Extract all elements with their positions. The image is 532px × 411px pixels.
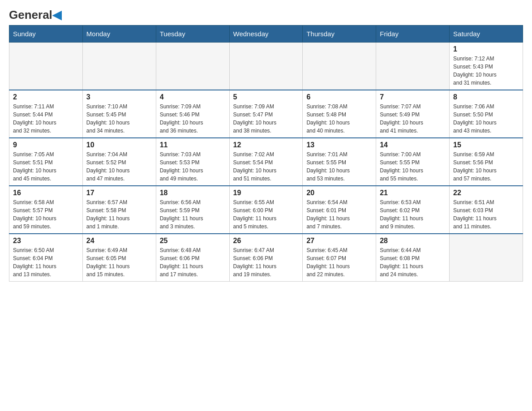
day-info: Sunrise: 7:10 AM Sunset: 5:45 PM Dayligh… [86,103,152,135]
day-number: 12 [233,141,299,149]
calendar-cell: 8Sunrise: 7:06 AM Sunset: 5:50 PM Daylig… [450,90,523,138]
day-number: 27 [306,237,372,245]
day-info: Sunrise: 6:47 AM Sunset: 6:06 PM Dayligh… [233,246,299,278]
calendar-cell: 27Sunrise: 6:45 AM Sunset: 6:07 PM Dayli… [303,234,376,282]
day-number: 15 [453,141,519,149]
day-number: 22 [453,189,519,197]
day-number: 3 [86,93,152,101]
day-info: Sunrise: 7:05 AM Sunset: 5:51 PM Dayligh… [13,150,79,183]
day-info: Sunrise: 6:56 AM Sunset: 5:59 PM Dayligh… [160,198,226,231]
day-number: 4 [160,93,226,101]
calendar-week-4: 16Sunrise: 6:58 AM Sunset: 5:57 PM Dayli… [9,186,523,234]
calendar-cell: 13Sunrise: 7:01 AM Sunset: 5:55 PM Dayli… [303,138,376,186]
calendar-cell: 1Sunrise: 7:12 AM Sunset: 5:43 PM Daylig… [450,43,523,90]
day-number: 14 [380,141,446,149]
day-info: Sunrise: 6:54 AM Sunset: 6:01 PM Dayligh… [306,198,372,231]
calendar-week-1: 1Sunrise: 7:12 AM Sunset: 5:43 PM Daylig… [9,43,523,90]
day-header-thursday: Thursday [303,26,376,43]
day-info: Sunrise: 6:51 AM Sunset: 6:03 PM Dayligh… [453,198,519,231]
day-number: 17 [86,189,152,197]
calendar-week-2: 2Sunrise: 7:11 AM Sunset: 5:44 PM Daylig… [9,90,523,138]
calendar-cell: 26Sunrise: 6:47 AM Sunset: 6:06 PM Dayli… [229,234,303,282]
logo-general: General◀ [9,9,61,21]
calendar-cell: 14Sunrise: 7:00 AM Sunset: 5:55 PM Dayli… [376,138,450,186]
calendar-cell: 20Sunrise: 6:54 AM Sunset: 6:01 PM Dayli… [303,186,376,234]
day-info: Sunrise: 7:07 AM Sunset: 5:49 PM Dayligh… [380,103,446,135]
calendar-cell [450,234,523,282]
calendar-cell: 16Sunrise: 6:58 AM Sunset: 5:57 PM Dayli… [9,186,83,234]
calendar-cell: 6Sunrise: 7:08 AM Sunset: 5:48 PM Daylig… [303,90,376,138]
day-info: Sunrise: 6:48 AM Sunset: 6:06 PM Dayligh… [160,246,226,278]
day-number: 2 [13,93,79,101]
calendar-table: SundayMondayTuesdayWednesdayThursdayFrid… [9,25,523,282]
calendar-week-5: 23Sunrise: 6:50 AM Sunset: 6:04 PM Dayli… [9,234,523,282]
calendar-cell: 12Sunrise: 7:02 AM Sunset: 5:54 PM Dayli… [229,138,303,186]
day-info: Sunrise: 6:55 AM Sunset: 6:00 PM Dayligh… [233,198,299,231]
calendar-cell [156,43,229,90]
day-header-saturday: Saturday [450,26,523,43]
day-info: Sunrise: 6:53 AM Sunset: 6:02 PM Dayligh… [380,198,446,231]
calendar-cell: 2Sunrise: 7:11 AM Sunset: 5:44 PM Daylig… [9,90,83,138]
day-info: Sunrise: 6:44 AM Sunset: 6:08 PM Dayligh… [380,246,446,278]
day-number: 24 [86,237,152,245]
logo-arrow-icon: ◀ [52,8,61,21]
day-info: Sunrise: 7:02 AM Sunset: 5:54 PM Dayligh… [233,150,299,183]
day-info: Sunrise: 6:59 AM Sunset: 5:56 PM Dayligh… [453,150,519,183]
calendar-cell [82,43,156,90]
calendar-cell: 23Sunrise: 6:50 AM Sunset: 6:04 PM Dayli… [9,234,83,282]
day-header-tuesday: Tuesday [156,26,229,43]
calendar-cell: 17Sunrise: 6:57 AM Sunset: 5:58 PM Dayli… [82,186,156,234]
calendar-cell: 22Sunrise: 6:51 AM Sunset: 6:03 PM Dayli… [450,186,523,234]
day-number: 11 [160,141,226,149]
day-number: 13 [306,141,372,149]
day-number: 1 [453,45,519,53]
calendar-cell: 24Sunrise: 6:49 AM Sunset: 6:05 PM Dayli… [82,234,156,282]
day-info: Sunrise: 7:03 AM Sunset: 5:53 PM Dayligh… [160,150,226,183]
page-header: General◀ [9,9,523,21]
day-header-friday: Friday [376,26,450,43]
calendar-cell: 9Sunrise: 7:05 AM Sunset: 5:51 PM Daylig… [9,138,83,186]
day-info: Sunrise: 7:06 AM Sunset: 5:50 PM Dayligh… [453,103,519,135]
day-info: Sunrise: 7:04 AM Sunset: 5:52 PM Dayligh… [86,150,152,183]
day-info: Sunrise: 7:12 AM Sunset: 5:43 PM Dayligh… [453,55,519,87]
day-number: 21 [380,189,446,197]
calendar-cell [9,43,83,90]
calendar-cell [303,43,376,90]
calendar-cell: 5Sunrise: 7:09 AM Sunset: 5:47 PM Daylig… [229,90,303,138]
calendar-cell: 4Sunrise: 7:09 AM Sunset: 5:46 PM Daylig… [156,90,229,138]
day-info: Sunrise: 7:11 AM Sunset: 5:44 PM Dayligh… [13,103,79,135]
day-header-sunday: Sunday [9,26,83,43]
day-number: 23 [13,237,79,245]
day-info: Sunrise: 6:50 AM Sunset: 6:04 PM Dayligh… [13,246,79,278]
day-header-wednesday: Wednesday [229,26,303,43]
day-info: Sunrise: 7:00 AM Sunset: 5:55 PM Dayligh… [380,150,446,183]
day-number: 25 [160,237,226,245]
day-info: Sunrise: 7:09 AM Sunset: 5:46 PM Dayligh… [160,103,226,135]
day-info: Sunrise: 6:45 AM Sunset: 6:07 PM Dayligh… [306,246,372,278]
calendar-header-row: SundayMondayTuesdayWednesdayThursdayFrid… [9,26,523,43]
day-number: 6 [306,93,372,101]
day-info: Sunrise: 7:09 AM Sunset: 5:47 PM Dayligh… [233,103,299,135]
calendar-week-3: 9Sunrise: 7:05 AM Sunset: 5:51 PM Daylig… [9,138,523,186]
day-header-monday: Monday [82,26,156,43]
calendar-cell: 18Sunrise: 6:56 AM Sunset: 5:59 PM Dayli… [156,186,229,234]
day-number: 9 [13,141,79,149]
day-info: Sunrise: 6:57 AM Sunset: 5:58 PM Dayligh… [86,198,152,231]
day-info: Sunrise: 7:08 AM Sunset: 5:48 PM Dayligh… [306,103,372,135]
day-number: 28 [380,237,446,245]
day-number: 19 [233,189,299,197]
calendar-cell: 25Sunrise: 6:48 AM Sunset: 6:06 PM Dayli… [156,234,229,282]
calendar-cell: 28Sunrise: 6:44 AM Sunset: 6:08 PM Dayli… [376,234,450,282]
day-info: Sunrise: 6:58 AM Sunset: 5:57 PM Dayligh… [13,198,79,231]
calendar-cell [229,43,303,90]
day-number: 26 [233,237,299,245]
logo: General◀ [9,9,61,21]
calendar-cell: 19Sunrise: 6:55 AM Sunset: 6:00 PM Dayli… [229,186,303,234]
calendar-cell: 7Sunrise: 7:07 AM Sunset: 5:49 PM Daylig… [376,90,450,138]
calendar-cell: 15Sunrise: 6:59 AM Sunset: 5:56 PM Dayli… [450,138,523,186]
calendar-cell: 21Sunrise: 6:53 AM Sunset: 6:02 PM Dayli… [376,186,450,234]
calendar-cell: 10Sunrise: 7:04 AM Sunset: 5:52 PM Dayli… [82,138,156,186]
day-number: 10 [86,141,152,149]
day-number: 20 [306,189,372,197]
calendar-cell [376,43,450,90]
